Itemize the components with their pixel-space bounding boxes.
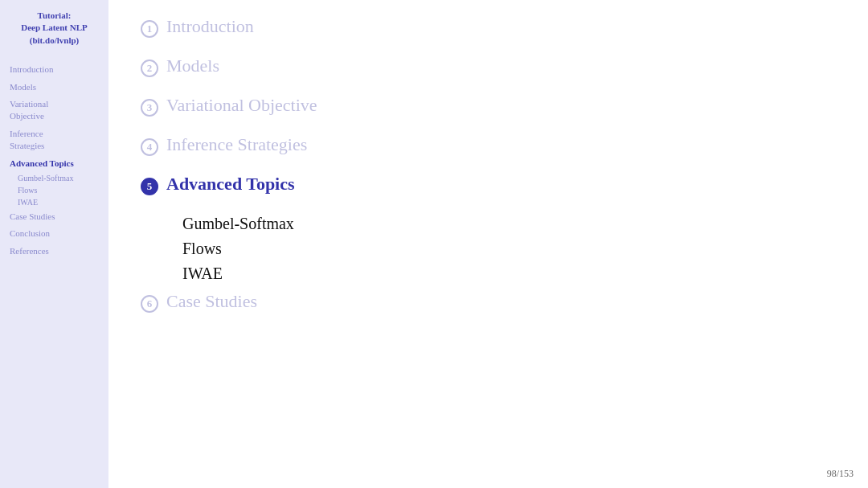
sidebar-item-inference-strategies[interactable]: InferenceStrategies — [6, 125, 102, 155]
sidebar-subitem-gumbel-softmax[interactable]: Gumbel-Softmax — [6, 172, 102, 184]
sidebar-item-case-studies[interactable]: Case Studies — [6, 208, 102, 225]
toc-label-variational-objective: Variational Objective — [166, 95, 317, 116]
toc-entry-advanced-topics: 5 Advanced Topics — [141, 174, 836, 195]
toc-label-inference-strategies: Inference Strategies — [166, 134, 307, 155]
sidebar-subitem-iwae[interactable]: IWAE — [6, 196, 102, 208]
toc-subitem-iwae: IWAE — [182, 263, 836, 285]
toc-entry-models: 2 Models — [141, 55, 836, 77]
toc-number-1: 1 — [141, 20, 158, 38]
toc-entry-case-studies: 6 Case Studies — [141, 291, 836, 313]
toc-number-3: 3 — [141, 99, 158, 117]
toc-label-advanced-topics: Advanced Topics — [166, 174, 295, 195]
sidebar-subitem-flows[interactable]: Flows — [6, 184, 102, 196]
toc-subitem-flows: Flows — [182, 238, 836, 260]
toc-number-2: 2 — [141, 59, 158, 77]
sidebar-item-models[interactable]: Models — [6, 79, 102, 96]
sidebar-item-conclusion[interactable]: Conclusion — [6, 225, 102, 242]
toc-entry-variational-objective: 3 Variational Objective — [141, 95, 836, 117]
toc-label-introduction: Introduction — [166, 16, 254, 37]
sidebar-title-line3: (bit.do/lvnlp) — [30, 35, 79, 45]
page-number: 98/153 — [827, 468, 854, 480]
toc-entry-introduction: 1 Introduction — [141, 16, 836, 38]
sidebar: Tutorial: Deep Latent NLP (bit.do/lvnlp)… — [0, 0, 108, 488]
toc-entry-inference-strategies: 4 Inference Strategies — [141, 134, 836, 156]
toc-number-5: 5 — [141, 178, 158, 195]
sidebar-item-references[interactable]: References — [6, 243, 102, 260]
toc-label-case-studies: Case Studies — [166, 291, 257, 312]
sidebar-title: Tutorial: Deep Latent NLP (bit.do/lvnlp) — [6, 10, 102, 47]
toc-number-6: 6 — [141, 295, 158, 313]
sidebar-title-line2: Deep Latent NLP — [21, 23, 88, 32]
sidebar-item-variational-objective[interactable]: VariationalObjective — [6, 96, 102, 125]
toc-subitem-gumbel-softmax: Gumbel-Softmax — [182, 213, 836, 235]
toc-label-models: Models — [166, 55, 219, 76]
main-content: 1 Introduction 2 Models 3 Variational Ob… — [108, 0, 868, 488]
sidebar-item-advanced-topics[interactable]: Advanced Topics — [6, 155, 102, 172]
sidebar-title-line1: Tutorial: — [38, 10, 72, 20]
sidebar-item-introduction[interactable]: Introduction — [6, 61, 102, 78]
toc-number-4: 4 — [141, 138, 158, 156]
toc-subitems-advanced-topics: Gumbel-Softmax Flows IWAE — [182, 213, 836, 285]
